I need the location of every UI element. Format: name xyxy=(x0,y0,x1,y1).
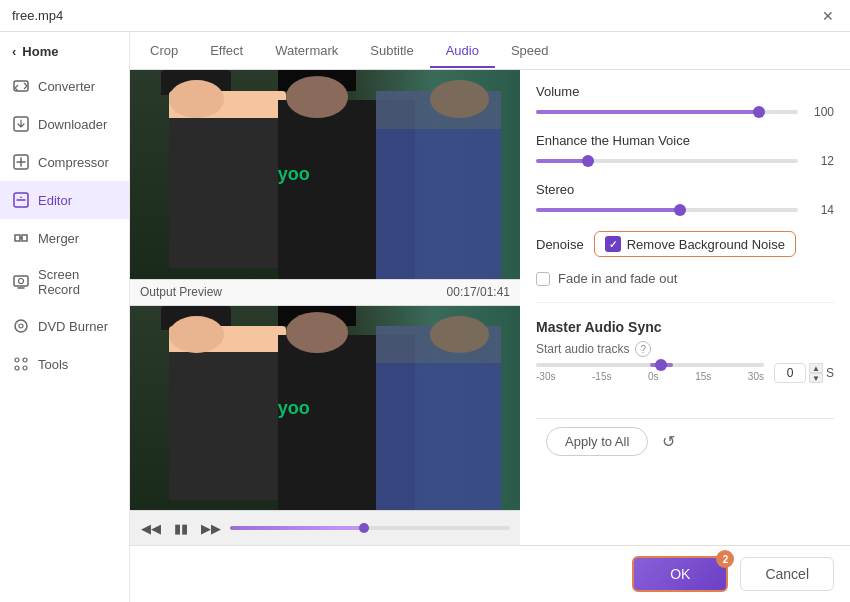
footer-bar: OK 2 Cancel xyxy=(130,545,850,602)
help-icon[interactable]: ? xyxy=(635,341,651,357)
master-audio-subtitle: Start audio tracks xyxy=(536,342,629,356)
sync-value-box[interactable]: 0 xyxy=(774,363,806,383)
sidebar: ‹ Home Converter Downloader Compressor xyxy=(0,32,130,602)
denoise-row: Denoise ✓ Remove Background Noise xyxy=(536,231,834,257)
downloader-icon xyxy=(12,115,30,133)
sync-labels: -30s -15s 0s 15s 30s xyxy=(536,371,764,382)
master-audio-title: Master Audio Sync xyxy=(536,319,834,335)
yoo-text: yoo xyxy=(278,164,310,185)
ok-badge: 2 xyxy=(716,550,734,568)
tab-crop[interactable]: Crop xyxy=(134,35,194,68)
sync-slider[interactable] xyxy=(536,363,764,367)
tab-bar: Crop Effect Watermark Subtitle Audio Spe… xyxy=(130,32,850,70)
video-timestamp: 00:17/01:41 xyxy=(447,285,510,299)
sidebar-item-merger[interactable]: Merger xyxy=(0,219,129,257)
fade-label: Fade in and fade out xyxy=(558,271,677,286)
ok-button[interactable]: OK 2 xyxy=(632,556,728,592)
tab-speed[interactable]: Speed xyxy=(495,35,565,68)
sidebar-back-button[interactable]: ‹ Home xyxy=(0,36,129,67)
video-bottom-frame: yoo xyxy=(130,306,520,510)
bottom-bar: Apply to All ↺ xyxy=(536,418,834,464)
sync-down-button[interactable]: ▼ xyxy=(809,373,823,383)
svg-point-6 xyxy=(15,320,27,332)
denoise-label: Denoise xyxy=(536,237,584,252)
sidebar-item-tools[interactable]: Tools xyxy=(0,345,129,383)
title-filename: free.mp4 xyxy=(12,8,63,23)
fade-row: Fade in and fade out xyxy=(536,271,834,286)
apply-to-all-button[interactable]: Apply to All xyxy=(546,427,648,456)
sidebar-item-compressor[interactable]: Compressor xyxy=(0,143,129,181)
output-preview-bar: Output Preview 00:17/01:41 xyxy=(130,279,520,306)
fade-checkbox[interactable] xyxy=(536,272,550,286)
remove-bg-noise-wrapper[interactable]: ✓ Remove Background Noise xyxy=(594,231,796,257)
enhance-label: Enhance the Human Voice xyxy=(536,133,834,148)
sync-unit: S xyxy=(826,366,834,380)
stereo-value: 14 xyxy=(806,203,834,217)
sidebar-label-editor: Editor xyxy=(38,193,72,208)
skip-forward-button[interactable]: ▶▶ xyxy=(200,517,222,539)
svg-point-5 xyxy=(19,279,24,284)
screen-record-icon xyxy=(12,273,30,291)
sidebar-label-converter: Converter xyxy=(38,79,95,94)
sidebar-label-dvd-burner: DVD Burner xyxy=(38,319,108,334)
playback-bar: ◀◀ ▮▮ ▶▶ xyxy=(130,510,520,545)
svg-rect-4 xyxy=(14,276,28,286)
stereo-slider[interactable] xyxy=(536,208,798,212)
sidebar-label-tools: Tools xyxy=(38,357,68,372)
svg-point-9 xyxy=(23,358,27,362)
skip-back-button[interactable]: ◀◀ xyxy=(140,517,162,539)
sidebar-item-dvd-burner[interactable]: DVD Burner xyxy=(0,307,129,345)
volume-section: Volume 100 xyxy=(536,84,834,119)
merger-icon xyxy=(12,229,30,247)
sidebar-label-compressor: Compressor xyxy=(38,155,109,170)
cancel-button[interactable]: Cancel xyxy=(740,557,834,591)
sidebar-item-converter[interactable]: Converter xyxy=(0,67,129,105)
sidebar-label-screen-record: Screen Record xyxy=(38,267,117,297)
tab-subtitle[interactable]: Subtitle xyxy=(354,35,429,68)
tab-watermark[interactable]: Watermark xyxy=(259,35,354,68)
sync-stepper: ▲ ▼ xyxy=(809,363,823,383)
sidebar-label-merger: Merger xyxy=(38,231,79,246)
volume-slider[interactable] xyxy=(536,110,798,114)
sidebar-back-label: Home xyxy=(22,44,58,59)
remove-bg-noise-checkbox[interactable]: ✓ xyxy=(605,236,621,252)
video-panel: yoo Output Preview 00:17/01:41 xyxy=(130,70,520,545)
sidebar-item-screen-record[interactable]: Screen Record xyxy=(0,257,129,307)
playback-progress[interactable] xyxy=(230,526,510,530)
enhance-value: 12 xyxy=(806,154,834,168)
remove-bg-noise-label: Remove Background Noise xyxy=(627,237,785,252)
tools-icon xyxy=(12,355,30,373)
enhance-slider[interactable] xyxy=(536,159,798,163)
checkmark-icon: ✓ xyxy=(609,239,617,250)
play-pause-button[interactable]: ▮▮ xyxy=(170,517,192,539)
volume-value: 100 xyxy=(806,105,834,119)
sidebar-item-downloader[interactable]: Downloader xyxy=(0,105,129,143)
sync-up-button[interactable]: ▲ xyxy=(809,363,823,373)
master-audio-section: Master Audio Sync Start audio tracks ? -… xyxy=(536,319,834,404)
volume-label: Volume xyxy=(536,84,834,99)
back-icon: ‹ xyxy=(12,44,16,59)
editor-icon xyxy=(12,191,30,209)
converter-icon xyxy=(12,77,30,95)
close-button[interactable]: ✕ xyxy=(818,6,838,26)
svg-point-11 xyxy=(23,366,27,370)
video-top-frame: yoo xyxy=(130,70,520,279)
controls-panel: Volume 100 Enhance the Human Voice xyxy=(520,70,850,545)
svg-point-10 xyxy=(15,366,19,370)
svg-point-8 xyxy=(15,358,19,362)
stereo-section: Stereo 14 xyxy=(536,182,834,217)
stereo-label: Stereo xyxy=(536,182,834,197)
sidebar-label-downloader: Downloader xyxy=(38,117,107,132)
enhance-section: Enhance the Human Voice 12 xyxy=(536,133,834,168)
compressor-icon xyxy=(12,153,30,171)
dvd-burner-icon xyxy=(12,317,30,335)
title-bar: free.mp4 ✕ xyxy=(0,0,850,32)
tab-effect[interactable]: Effect xyxy=(194,35,259,68)
sidebar-item-editor[interactable]: Editor xyxy=(0,181,129,219)
output-preview-label: Output Preview xyxy=(140,285,222,299)
refresh-button[interactable]: ↺ xyxy=(656,430,680,454)
svg-point-7 xyxy=(19,324,23,328)
tab-audio[interactable]: Audio xyxy=(430,35,495,68)
